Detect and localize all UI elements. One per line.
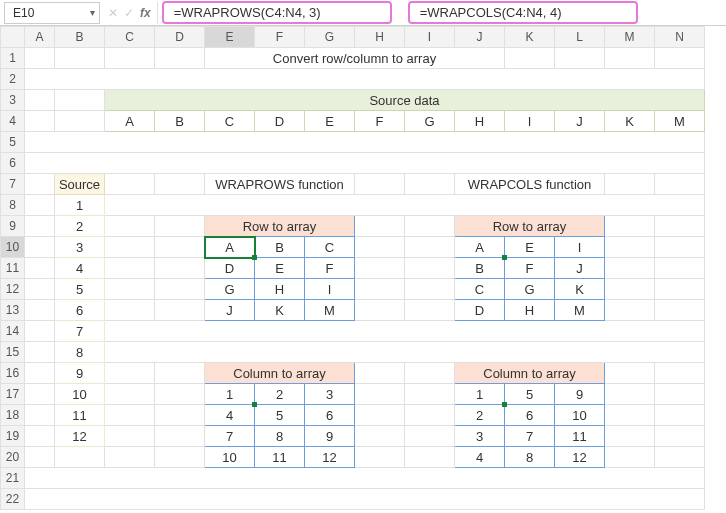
row-header[interactable]: 7: [1, 174, 25, 195]
row-header[interactable]: 19: [1, 426, 25, 447]
row-header[interactable]: 21: [1, 468, 25, 489]
col-header[interactable]: E: [205, 27, 255, 48]
col-header[interactable]: J: [455, 27, 505, 48]
result-cell[interactable]: C: [455, 279, 505, 300]
result-cell[interactable]: 11: [555, 426, 605, 447]
row-header[interactable]: 8: [1, 195, 25, 216]
source-col-cell[interactable]: 2: [55, 216, 105, 237]
source-cell[interactable]: D: [255, 111, 305, 132]
source-cell[interactable]: I: [505, 111, 555, 132]
result-cell[interactable]: K: [555, 279, 605, 300]
source-cell[interactable]: C: [205, 111, 255, 132]
col-header[interactable]: L: [555, 27, 605, 48]
result-cell[interactable]: 1: [205, 384, 255, 405]
result-cell[interactable]: 3: [305, 384, 355, 405]
result-cell[interactable]: 4: [455, 447, 505, 468]
source-col-cell[interactable]: 9: [55, 363, 105, 384]
select-all-corner[interactable]: [1, 27, 25, 48]
result-cell[interactable]: G: [505, 279, 555, 300]
result-cell[interactable]: 6: [305, 405, 355, 426]
row-header[interactable]: 18: [1, 405, 25, 426]
result-cell[interactable]: H: [255, 279, 305, 300]
result-cell[interactable]: 2: [255, 384, 305, 405]
row-header[interactable]: 9: [1, 216, 25, 237]
result-cell[interactable]: 11: [255, 447, 305, 468]
source-cell[interactable]: A: [105, 111, 155, 132]
result-cell[interactable]: F: [305, 258, 355, 279]
source-col-cell[interactable]: 1: [55, 195, 105, 216]
col-header[interactable]: A: [25, 27, 55, 48]
result-cell[interactable]: I: [305, 279, 355, 300]
source-col-cell[interactable]: 4: [55, 258, 105, 279]
result-cell[interactable]: A: [455, 237, 505, 258]
col-header[interactable]: F: [255, 27, 305, 48]
row-header[interactable]: 16: [1, 363, 25, 384]
result-cell[interactable]: 10: [205, 447, 255, 468]
result-cell[interactable]: J: [205, 300, 255, 321]
fx-icon[interactable]: fx: [140, 6, 151, 20]
source-col-cell[interactable]: 3: [55, 237, 105, 258]
result-cell[interactable]: B: [455, 258, 505, 279]
col-header[interactable]: D: [155, 27, 205, 48]
source-col-cell[interactable]: 7: [55, 321, 105, 342]
col-header[interactable]: M: [605, 27, 655, 48]
result-cell[interactable]: H: [505, 300, 555, 321]
source-col-cell[interactable]: 8: [55, 342, 105, 363]
row-header[interactable]: 22: [1, 489, 25, 510]
result-cell[interactable]: D: [455, 300, 505, 321]
result-cell[interactable]: 2: [455, 405, 505, 426]
result-cell[interactable]: 10: [555, 405, 605, 426]
chevron-down-icon[interactable]: ▾: [90, 7, 95, 18]
row-header[interactable]: 4: [1, 111, 25, 132]
source-col-cell[interactable]: 11: [55, 405, 105, 426]
source-cell[interactable]: G: [405, 111, 455, 132]
row-header[interactable]: 20: [1, 447, 25, 468]
result-cell[interactable]: F: [505, 258, 555, 279]
row-header[interactable]: 6: [1, 153, 25, 174]
row-header[interactable]: 13: [1, 300, 25, 321]
result-cell[interactable]: J: [555, 258, 605, 279]
result-cell[interactable]: K: [255, 300, 305, 321]
result-cell[interactable]: G: [205, 279, 255, 300]
row-header[interactable]: 5: [1, 132, 25, 153]
result-cell[interactable]: 5: [255, 405, 305, 426]
col-header[interactable]: N: [655, 27, 705, 48]
result-cell[interactable]: M: [555, 300, 605, 321]
result-cell[interactable]: C: [305, 237, 355, 258]
source-col-cell[interactable]: 5: [55, 279, 105, 300]
row-header[interactable]: 17: [1, 384, 25, 405]
source-cell[interactable]: K: [605, 111, 655, 132]
source-cell[interactable]: H: [455, 111, 505, 132]
row-header[interactable]: 10: [1, 237, 25, 258]
source-cell[interactable]: E: [305, 111, 355, 132]
col-header[interactable]: B: [55, 27, 105, 48]
result-cell[interactable]: 6: [505, 405, 555, 426]
result-cell[interactable]: 5: [505, 384, 555, 405]
col-header[interactable]: C: [105, 27, 155, 48]
row-header[interactable]: 15: [1, 342, 25, 363]
result-cell[interactable]: 8: [505, 447, 555, 468]
row-header[interactable]: 14: [1, 321, 25, 342]
cell-e10[interactable]: A: [205, 237, 255, 258]
result-cell[interactable]: M: [305, 300, 355, 321]
row-header[interactable]: 3: [1, 90, 25, 111]
name-box[interactable]: E10 ▾: [4, 2, 100, 24]
result-cell[interactable]: 12: [555, 447, 605, 468]
result-cell[interactable]: I: [555, 237, 605, 258]
col-header[interactable]: H: [355, 27, 405, 48]
result-cell[interactable]: 9: [555, 384, 605, 405]
row-header[interactable]: 12: [1, 279, 25, 300]
source-cell[interactable]: B: [155, 111, 205, 132]
formula-input-area[interactable]: =WRAPROWS(C4:N4, 3) =WRAPCOLS(C4:N4, 4): [160, 2, 722, 24]
source-cell[interactable]: J: [555, 111, 605, 132]
result-cell[interactable]: 3: [455, 426, 505, 447]
result-cell[interactable]: 1: [455, 384, 505, 405]
result-cell[interactable]: 4: [205, 405, 255, 426]
result-cell[interactable]: 8: [255, 426, 305, 447]
col-header[interactable]: G: [305, 27, 355, 48]
result-cell[interactable]: 7: [205, 426, 255, 447]
row-header[interactable]: 1: [1, 48, 25, 69]
spreadsheet-grid[interactable]: A B C D E F G H I J K L M N 1 Convert ro…: [0, 26, 726, 510]
result-cell[interactable]: E: [255, 258, 305, 279]
result-cell[interactable]: 9: [305, 426, 355, 447]
